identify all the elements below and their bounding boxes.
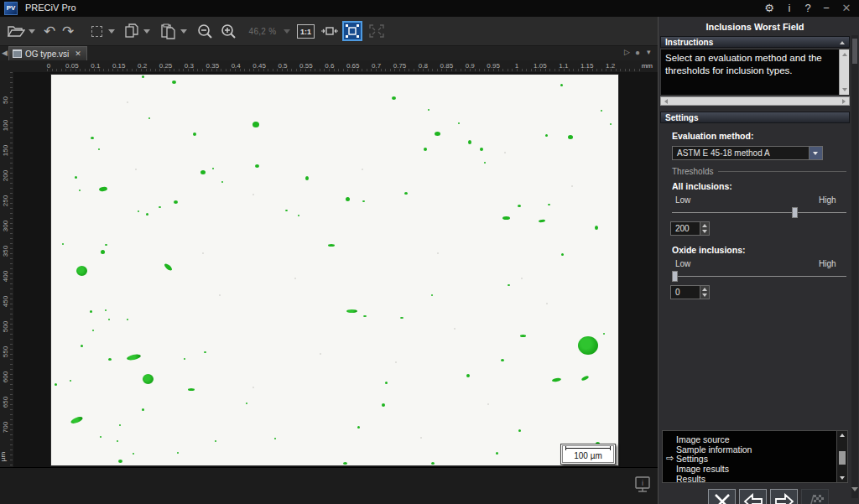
select-dropdown-chevron[interactable] [107, 20, 117, 42]
tab-scroll-left-icon[interactable]: ◀ [2, 49, 8, 57]
step-item-image-results[interactable]: Image results [676, 464, 729, 474]
tab-close-icon[interactable]: ✕ [75, 49, 81, 58]
all-inclusions-slider-thumb[interactable] [792, 207, 798, 218]
steps-scrollbar[interactable] [836, 431, 847, 482]
pane-next-icon[interactable]: ▷ [624, 48, 630, 56]
fit-width-icon [321, 24, 338, 38]
app-title: PRECiV Pro [25, 3, 76, 13]
ruler-v-label: 350 [2, 243, 9, 260]
ruler-h-label: 0 [47, 62, 50, 70]
ruler-h-label: 1.1 [559, 62, 568, 70]
paste-dropdown-chevron[interactable] [179, 20, 189, 42]
monitor-info-icon[interactable]: i [633, 475, 652, 499]
cancel-button[interactable] [708, 489, 736, 504]
inclusion-spot [518, 205, 521, 207]
all-inclusions-spinner[interactable] [700, 222, 709, 235]
redo-button[interactable]: ↷ [59, 20, 77, 42]
finish-button[interactable] [801, 489, 829, 504]
inclusion-spot [561, 253, 564, 256]
fit-width-button[interactable] [320, 20, 339, 42]
inclusion-spot [501, 359, 504, 361]
step-item-sample-information[interactable]: Sample information [676, 444, 752, 455]
inclusion-spot [580, 375, 589, 381]
tab-og-type[interactable]: OG type.vsi ✕ [8, 46, 87, 60]
scale-bar: 100 µm [560, 444, 616, 465]
help-icon[interactable]: ? [800, 1, 815, 16]
step-item-results[interactable]: Results [676, 474, 705, 483]
inclusion-spot [343, 462, 347, 465]
inclusion-spot [108, 319, 110, 320]
navigator-icon[interactable]: ● [635, 48, 640, 57]
faint-speck [454, 328, 456, 330]
faint-speck [571, 185, 573, 187]
inclusion-spot [431, 294, 433, 296]
inclusion-spot [346, 309, 357, 313]
collapse-arrow-icon[interactable] [840, 41, 845, 44]
ruler-h-label: 0.55 [299, 62, 313, 70]
panel-scrollbar[interactable] [851, 35, 858, 498]
step-item-settings[interactable]: ⇨Settings [676, 454, 708, 464]
inclusion-spot [159, 206, 161, 208]
fit-window-button[interactable] [342, 21, 362, 41]
inclusion-spot [98, 148, 100, 150]
slider-track [672, 212, 846, 213]
tab-list-chevron[interactable]: ▾ [647, 48, 651, 56]
gear-icon[interactable]: ⚙ [762, 1, 777, 16]
panel-scroll-down-icon[interactable] [851, 487, 858, 491]
ruler-v-label: 500 [2, 319, 9, 335]
oxide-inclusions-value: 0 [675, 288, 680, 297]
thresholds-label: Thresholds [672, 167, 713, 176]
ruler-v-label: 700 [2, 419, 9, 436]
zoom-level-chevron[interactable] [282, 20, 292, 42]
minimize-icon[interactable]: − [819, 1, 834, 16]
oxide-inclusions-slider-thumb[interactable] [672, 271, 678, 282]
scale-bar-label: 100 µm [561, 451, 615, 460]
inclusion-spot [545, 134, 548, 137]
instructions-hscrollbar[interactable] [660, 96, 850, 106]
paste-icon [161, 23, 175, 39]
evaluation-method-dropdown-button[interactable] [809, 147, 822, 159]
fullscreen-button[interactable] [367, 20, 386, 42]
close-icon[interactable]: ✕ [839, 1, 854, 16]
title-bar: PV PRECiV Pro ⚙ i ? − ✕ [0, 0, 859, 17]
inclusion-spot [610, 123, 612, 125]
inclusion-spot [328, 244, 335, 247]
select-button[interactable] [87, 20, 106, 42]
all-inclusions-slider[interactable] [672, 207, 846, 218]
step-item-image-source[interactable]: Image source [676, 434, 730, 444]
zoom-in-button[interactable] [218, 20, 238, 42]
step-label: Settings [676, 454, 708, 464]
instructions-header[interactable]: Instructions [660, 36, 850, 48]
undo-button[interactable]: ↶ [40, 20, 59, 42]
open-dropdown-chevron[interactable] [27, 20, 37, 42]
inclusion-spot [91, 137, 94, 139]
info-icon[interactable]: i [782, 1, 797, 16]
ruler-corner [0, 60, 13, 72]
inclusion-spot [382, 403, 385, 407]
paste-button[interactable] [158, 20, 178, 42]
next-button[interactable] [770, 489, 798, 504]
copy-dropdown-chevron[interactable] [142, 20, 152, 42]
one-to-one-button[interactable]: 1:1 [297, 24, 315, 39]
zoom-out-button[interactable] [195, 20, 215, 42]
instructions-vscrollbar[interactable] [839, 49, 849, 95]
back-button[interactable] [739, 489, 767, 504]
evaluation-method-select[interactable]: ASTM E 45-18 method A [672, 146, 823, 160]
copy-button[interactable] [122, 20, 141, 42]
inclusion-spot [362, 200, 365, 202]
zoom-level-dropdown[interactable]: 46,2 % [245, 20, 280, 42]
inclusion-spot [133, 453, 134, 455]
oxide-inclusions-input[interactable]: 0 [670, 285, 710, 299]
ruler-h-label: 0.6 [325, 62, 334, 70]
instructions-header-label: Instructions [665, 38, 713, 47]
all-inclusions-input[interactable]: 200 [670, 221, 710, 236]
all-inclusions-value: 200 [675, 224, 690, 233]
settings-header[interactable]: Settings [660, 112, 850, 123]
specimen-image[interactable] [50, 74, 619, 466]
oxide-inclusions-slider[interactable] [672, 271, 846, 282]
open-button[interactable] [5, 20, 27, 42]
ruler-h-label: 0.9 [466, 62, 475, 70]
inclusion-spot [105, 309, 107, 311]
inclusion-spot [601, 110, 602, 112]
oxide-inclusions-spinner[interactable] [700, 286, 709, 299]
